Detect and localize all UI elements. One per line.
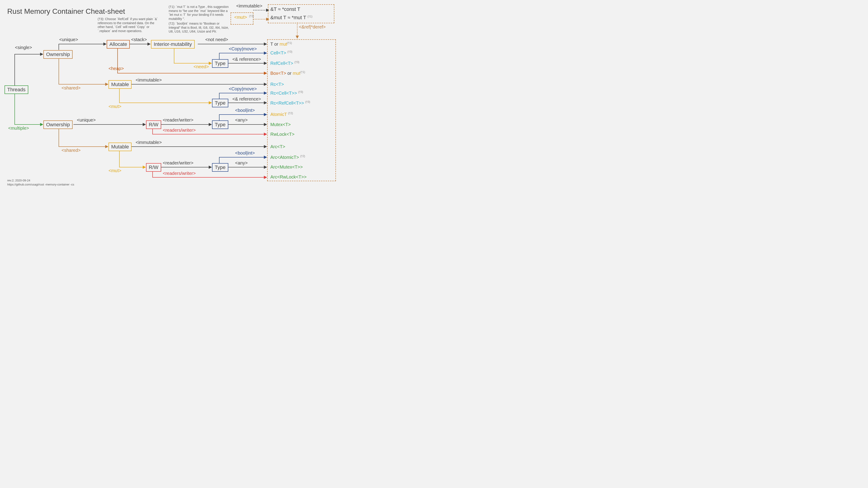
sup-t1-a: (†1): [287, 41, 292, 44]
sup-t3-d: (†3): [305, 100, 310, 103]
sup-t3-c: (†3): [298, 90, 303, 94]
footnote-1: (†1): `mut T` is not a Type , this sugge…: [168, 5, 230, 21]
result-arc-atomic: Arc<AtomicT> (†2): [270, 155, 305, 160]
sup-t1-mut: (†1): [249, 14, 254, 18]
edge-unique-1: <unique>: [59, 37, 78, 42]
edge-immutable-1: <immutable>: [135, 77, 162, 83]
result-arc: Arc<T>: [270, 144, 285, 149]
node-type-2: Type: [212, 99, 228, 107]
sup-t1-b: (†1): [300, 70, 305, 74]
node-threads: Threads: [4, 86, 28, 94]
result-atomic: AtomicT (†2): [270, 111, 293, 117]
edge-refderef: <&ref|*deref>: [299, 24, 326, 30]
sup-mut-t: (†1): [308, 15, 312, 18]
result-t: T: [270, 41, 273, 46]
node-type-3: Type: [212, 121, 228, 129]
result-refcell: RefCell<T> (†3): [270, 61, 299, 66]
node-rw-2: R/W: [146, 163, 161, 172]
result-rwlock: RwLock<T>: [270, 132, 294, 137]
result-cell-text: Cell<T>: [270, 51, 286, 55]
page-title: Rust Memory Container Cheat-sheet: [7, 7, 125, 15]
result-box-text: Box<T>: [270, 71, 286, 76]
edge-any-1: <any>: [235, 118, 248, 123]
result-t-mut: mut: [280, 41, 287, 46]
result-arc-rwlock: Arc<RwLock<T>>: [270, 174, 307, 180]
result-rc: Rc<T>: [270, 82, 284, 87]
edge-shared-1: <shared>: [61, 86, 81, 91]
result-t-or-mut: T or mut(†1): [270, 41, 292, 47]
node-allocate: Allocate: [107, 40, 130, 48]
edge-readerwriter-1: <reader/writer>: [163, 118, 193, 123]
node-mutable-1: Mutable: [108, 80, 131, 89]
result-arc-atomic-text: Arc<AtomicT>: [270, 155, 299, 160]
footnote-3: (†3): Choose `RefCell` if you want plain…: [98, 17, 161, 33]
result-box: Box<T> or mut(†1): [270, 70, 305, 76]
node-ownership-2: Ownership: [43, 121, 72, 129]
sup-t3-a: (†3): [287, 50, 292, 53]
node-type-1: Type: [212, 59, 228, 68]
result-const-t: &T ≈ *const T: [270, 6, 300, 12]
edge-readerwriter-2: <reader/writer>: [163, 160, 193, 166]
edge-stack: <stack>: [131, 37, 147, 42]
edge-mut-1: <mut>: [108, 104, 121, 109]
edge-notneed: <not need>: [205, 37, 228, 42]
result-refcell-text: RefCell<T>: [270, 61, 293, 66]
revision-text: rev.2; 2020-09-24: [7, 178, 30, 183]
edge-immutable-top: <immutable>: [236, 3, 262, 8]
edge-heap: <heap>: [108, 66, 124, 71]
edge-ref-1: <& reference>: [232, 57, 261, 62]
result-cell: Cell<T> (†3): [270, 50, 292, 56]
result-rc-cell-text: Rc<Cell<T>>: [270, 91, 297, 96]
edge-copymove-1: <Copy|move>: [229, 46, 257, 52]
edge-unique-2: <unique>: [77, 118, 96, 123]
result-mut-t: &mut T ≈ *mut T (†1): [270, 15, 312, 21]
result-arc-mutex: Arc<Mutex<T>>: [270, 164, 303, 170]
result-mutex: Mutex<T>: [270, 122, 291, 127]
edge-any-2: <any>: [235, 160, 248, 166]
footnote-2: (†2): `bool|int` means to "Boolean or In…: [168, 22, 232, 34]
result-rc-cell: Rc<Cell<T>> (†3): [270, 90, 303, 96]
edge-readerswriter-2: <readers/writer>: [163, 171, 196, 176]
node-rw-1: R/W: [146, 121, 161, 129]
sup-t2-b: (†2): [300, 155, 305, 158]
edge-single: <single>: [15, 45, 32, 50]
result-rc-refcell-text: Rc<RefCell<T>>: [270, 101, 304, 105]
node-mutable-2: Mutable: [108, 142, 131, 151]
result-mut-t-text: &mut T ≈ *mut T: [270, 15, 306, 20]
result-rc-refcell: Rc<RefCell<T>> (†3): [270, 100, 310, 106]
node-type-4: Type: [212, 163, 228, 172]
edge-copymove-2: <Copy|move>: [229, 86, 257, 92]
edge-ref-2: <& reference>: [232, 96, 261, 102]
edge-boolint-2: <bool|int>: [235, 151, 255, 156]
source-url: https://github.com/usagi/rust -memory-co…: [7, 183, 74, 187]
edge-immutable-2: <immutable>: [135, 140, 162, 145]
result-t-or: or: [273, 41, 280, 46]
result-box-mut: mut: [293, 71, 300, 76]
edge-boolint-1: <bool|int>: [235, 108, 255, 113]
edge-readerswriter-1: <readers/writer>: [163, 128, 196, 133]
edge-mut-2: <mut>: [108, 168, 121, 173]
edge-need: <need>: [193, 64, 209, 69]
result-box-or: or: [286, 71, 293, 76]
edge-shared-2: <shared>: [61, 148, 81, 153]
node-ownership-1: Ownership: [43, 50, 72, 59]
sup-t2-a: (†2): [288, 111, 293, 115]
sup-t3-b: (†3): [294, 61, 299, 64]
edge-multiple: <multiple>: [8, 126, 29, 131]
edge-mut-top: <mut>: [234, 15, 247, 20]
result-atomic-text: AtomicT: [270, 112, 287, 117]
node-interior-mutability: Interior-mutability: [151, 40, 195, 48]
